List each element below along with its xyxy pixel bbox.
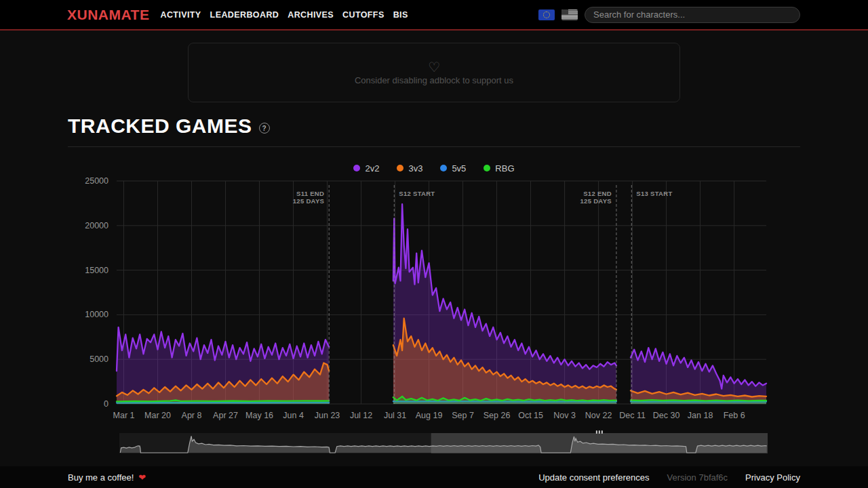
svg-text:125 DAYS: 125 DAYS [293,197,324,205]
svg-text:Jun 4: Jun 4 [283,411,304,420]
svg-text:Apr 27: Apr 27 [213,411,238,420]
svg-text:10000: 10000 [85,310,108,319]
nav-links: ACTIVITY LEADERBOARD ARCHIVES CUTOFFS BI… [160,10,408,20]
svg-text:S11 END: S11 END [296,190,324,197]
us-flag-icon[interactable] [561,9,578,20]
chart-overview-brush[interactable] [119,430,800,458]
main-content: ♡ Consider disabling adblock to support … [68,43,800,458]
svg-text:Sep 7: Sep 7 [452,411,474,420]
us-canton [561,9,568,15]
legend-dot-icon [353,165,360,171]
svg-text:Feb 6: Feb 6 [724,411,745,420]
svg-text:Apr 8: Apr 8 [182,411,202,420]
tracked-games-chart[interactable]: 0500010000150002000025000Mar 1Mar 20Apr … [68,176,800,429]
consent-link[interactable]: Update consent preferences [538,472,649,483]
legend-item-2v2[interactable]: 2v2 [353,162,379,174]
brand-logo[interactable]: XUNAMATE [67,7,149,23]
heart-icon: ❤ [138,472,146,483]
svg-text:S13 START: S13 START [636,190,672,197]
divider [68,146,800,147]
nav-link-archives[interactable]: ARCHIVES [288,10,334,20]
svg-text:Nov 3: Nov 3 [553,411,576,420]
nav-link-bis[interactable]: BIS [393,10,408,20]
nav-link-activity[interactable]: ACTIVITY [160,10,201,20]
legend-item-3v3[interactable]: 3v3 [397,162,422,174]
svg-text:Jul 31: Jul 31 [384,411,406,420]
svg-text:Jan 18: Jan 18 [688,411,713,420]
legend-dot-icon [440,165,447,171]
svg-text:25000: 25000 [85,176,108,186]
svg-text:0: 0 [104,399,108,409]
svg-text:20000: 20000 [85,221,108,230]
legend-dot-icon [484,165,490,171]
eu-flag-icon[interactable] [538,9,555,20]
page-title: TRACKED GAMES [68,115,252,138]
svg-text:S12 START: S12 START [399,190,435,197]
legend-label: 5v5 [452,163,466,174]
heart-outline-icon: ♡ [428,60,440,74]
adblock-message: Consider disabling adblock to support us [355,75,513,85]
legend-label: 2v2 [365,163,379,174]
chart-legend: 2v23v35v5RBG [68,162,800,174]
svg-text:Nov 22: Nov 22 [585,411,612,420]
search-input[interactable] [585,7,800,23]
footer: Buy me a coffee! ❤ Update consent prefer… [0,466,868,488]
buy-coffee-link[interactable]: Buy me a coffee! [68,472,134,483]
nav-link-cutoffs[interactable]: CUTOFFS [342,10,384,20]
legend-item-5v5[interactable]: 5v5 [440,162,466,174]
svg-text:Aug 19: Aug 19 [416,411,443,420]
svg-text:Mar 20: Mar 20 [144,411,171,420]
legend-label: RBG [495,163,514,174]
legend-item-RBG[interactable]: RBG [484,162,514,174]
help-icon[interactable]: ? [259,123,270,134]
adblock-banner: ♡ Consider disabling adblock to support … [188,43,680,102]
svg-text:5000: 5000 [90,354,108,364]
svg-text:Dec 11: Dec 11 [619,411,646,420]
svg-text:Jul 12: Jul 12 [350,411,372,420]
privacy-policy-link[interactable]: Privacy Policy [745,472,800,483]
svg-text:Sep 26: Sep 26 [484,411,511,420]
legend-label: 3v3 [408,163,422,174]
svg-text:Mar 1: Mar 1 [113,411,135,420]
svg-text:15000: 15000 [85,266,108,275]
version-label: Version 7bfaf6c [667,472,728,483]
svg-text:Jun 23: Jun 23 [315,411,340,420]
svg-text:Dec 30: Dec 30 [653,411,680,420]
svg-text:125 DAYS: 125 DAYS [580,197,612,205]
svg-text:Oct 15: Oct 15 [518,411,543,420]
legend-dot-icon [397,165,403,171]
nav-link-leaderboard[interactable]: LEADERBOARD [210,10,279,20]
brush-handle[interactable] [596,430,603,434]
svg-text:S12 END: S12 END [583,190,612,197]
navbar: XUNAMATE ACTIVITY LEADERBOARD ARCHIVES C… [0,0,868,30]
svg-text:May 16: May 16 [245,411,273,420]
eu-stars [543,12,550,18]
